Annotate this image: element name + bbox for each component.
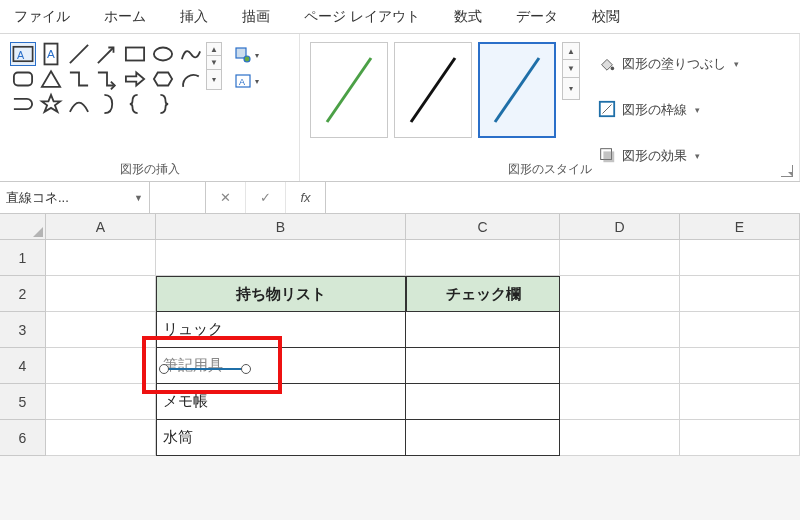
shape-triangle-icon[interactable] — [38, 67, 64, 91]
col-header-C[interactable]: C — [406, 214, 560, 240]
tab-file[interactable]: ファイル — [14, 8, 70, 26]
cell-E6[interactable] — [680, 420, 800, 456]
cell-B1[interactable] — [156, 240, 406, 276]
row-header-5[interactable]: 5 — [0, 384, 46, 420]
cell-D1[interactable] — [560, 240, 680, 276]
cell-C6[interactable] — [406, 420, 560, 456]
cell-E1[interactable] — [680, 240, 800, 276]
shapes-gallery-scroll[interactable]: ▲ ▼ ▾ — [206, 42, 222, 90]
cell-D4[interactable] — [560, 348, 680, 384]
group-label-shapes: 図形の挿入 — [0, 161, 299, 178]
shapes-scroll-more-icon[interactable]: ▾ — [206, 70, 222, 90]
shape-textbox-vert-icon[interactable]: A — [38, 42, 64, 66]
shape-freeform-icon[interactable] — [178, 42, 204, 66]
cell-E5[interactable] — [680, 384, 800, 420]
text-box-button[interactable]: A▾ — [232, 70, 260, 92]
select-all-corner[interactable] — [0, 214, 46, 240]
fx-icon[interactable]: fx — [286, 182, 326, 213]
row-header-1[interactable]: 1 — [0, 240, 46, 276]
formula-input[interactable] — [326, 182, 800, 213]
col-header-D[interactable]: D — [560, 214, 680, 240]
shape-style-2[interactable] — [394, 42, 472, 138]
cell-D6[interactable] — [560, 420, 680, 456]
row-header-2[interactable]: 2 — [0, 276, 46, 312]
shape-rectangle-icon[interactable] — [122, 42, 148, 66]
cell-D2[interactable] — [560, 276, 680, 312]
cell-E3[interactable] — [680, 312, 800, 348]
cell-B6[interactable]: 水筒 — [156, 420, 406, 456]
tab-layout[interactable]: ページ レイアウト — [304, 8, 420, 26]
name-box[interactable]: 直線コネ... ▼ — [0, 182, 150, 213]
cell-A4[interactable] — [46, 348, 156, 384]
cell-A5[interactable] — [46, 384, 156, 420]
shape-brace-open-icon[interactable] — [122, 92, 148, 116]
cell-B5[interactable]: メモ帳 — [156, 384, 406, 420]
shape-style-1[interactable] — [310, 42, 388, 138]
shapes-gallery[interactable]: A A — [10, 42, 204, 116]
cell-C1[interactable] — [406, 240, 560, 276]
chevron-down-icon[interactable]: ▼ — [134, 193, 143, 203]
shape-textbox-icon[interactable]: A — [10, 42, 36, 66]
cell-B4[interactable]: 筆記用具 — [156, 348, 406, 384]
svg-line-18 — [411, 58, 455, 122]
cell-D3[interactable] — [560, 312, 680, 348]
tab-data[interactable]: データ — [516, 8, 558, 26]
shape-arc-icon[interactable] — [178, 67, 204, 91]
shape-star-icon[interactable] — [38, 92, 64, 116]
shape-curve-icon[interactable] — [66, 92, 92, 116]
edit-shape-button[interactable]: ▾ — [232, 44, 260, 66]
cell-C3[interactable] — [406, 312, 560, 348]
shape-elbow-arrow-icon[interactable] — [94, 67, 120, 91]
tab-home[interactable]: ホーム — [104, 8, 146, 26]
styles-scroll-up-icon[interactable]: ▲ — [562, 42, 580, 60]
shape-blank-icon[interactable] — [178, 92, 204, 116]
cell-C5[interactable] — [406, 384, 560, 420]
styles-scroll-more-icon[interactable]: ▾ — [562, 78, 580, 100]
cell-C2[interactable]: チェック欄 — [406, 276, 560, 312]
col-header-E[interactable]: E — [680, 214, 800, 240]
col-header-B[interactable]: B — [156, 214, 406, 240]
svg-marker-10 — [126, 73, 144, 86]
shape-flowchart-icon[interactable] — [10, 92, 36, 116]
styles-gallery-scroll[interactable]: ▲ ▼ ▾ — [562, 42, 580, 100]
confirm-formula-button[interactable]: ✓ — [246, 182, 286, 213]
cell-D5[interactable] — [560, 384, 680, 420]
shape-style-3[interactable] — [478, 42, 556, 138]
tab-draw[interactable]: 描画 — [242, 8, 270, 26]
row-header-6[interactable]: 6 — [0, 420, 46, 456]
cell-B2[interactable]: 持ち物リスト — [156, 276, 406, 312]
group-dialog-launcher[interactable] — [781, 165, 793, 177]
col-header-A[interactable]: A — [46, 214, 156, 240]
shape-outline-button[interactable]: 図形の枠線▾ — [598, 92, 739, 128]
cell-A1[interactable] — [46, 240, 156, 276]
shape-roundrect-icon[interactable] — [10, 67, 36, 91]
cell-A6[interactable] — [46, 420, 156, 456]
shape-arrow-line-icon[interactable] — [94, 42, 120, 66]
svg-rect-8 — [14, 73, 32, 86]
svg-line-17 — [327, 58, 371, 122]
shape-bracket-close-icon[interactable] — [94, 92, 120, 116]
cell-C4[interactable] — [406, 348, 560, 384]
tab-formulas[interactable]: 数式 — [454, 8, 482, 26]
shape-fill-button[interactable]: 図形の塗りつぶし▾ — [598, 46, 739, 82]
worksheet[interactable]: A B C D E 1 2 持ち物リスト チェック欄 3 リュック 4 筆記用具 — [0, 214, 800, 456]
row-header-3[interactable]: 3 — [0, 312, 46, 348]
cancel-formula-button[interactable]: ✕ — [206, 182, 246, 213]
cell-A3[interactable] — [46, 312, 156, 348]
shapes-scroll-down-icon[interactable]: ▼ — [206, 56, 222, 70]
row-header-4[interactable]: 4 — [0, 348, 46, 384]
shape-brace-close-icon[interactable] — [150, 92, 176, 116]
shape-line-icon[interactable] — [66, 42, 92, 66]
shapes-scroll-up-icon[interactable]: ▲ — [206, 42, 222, 56]
cell-B3[interactable]: リュック — [156, 312, 406, 348]
tab-review[interactable]: 校閲 — [592, 8, 620, 26]
cell-A2[interactable] — [46, 276, 156, 312]
cell-E4[interactable] — [680, 348, 800, 384]
cell-E2[interactable] — [680, 276, 800, 312]
shape-hexagon-icon[interactable] — [150, 67, 176, 91]
shape-oval-icon[interactable] — [150, 42, 176, 66]
styles-scroll-down-icon[interactable]: ▼ — [562, 60, 580, 78]
shape-elbow-icon[interactable] — [66, 67, 92, 91]
tab-insert[interactable]: 挿入 — [180, 8, 208, 26]
shape-arrow-right-icon[interactable] — [122, 67, 148, 91]
